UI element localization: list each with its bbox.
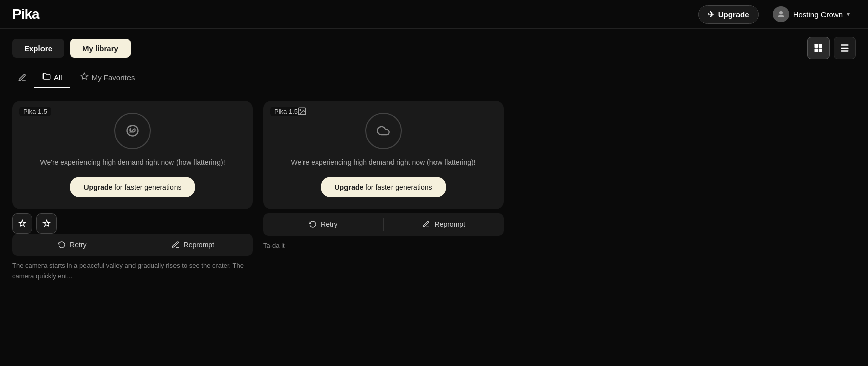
svg-point-0: [779, 11, 783, 14]
user-menu[interactable]: Hosting Crown ▾: [767, 3, 856, 25]
avatar: [773, 6, 789, 22]
svg-rect-6: [841, 48, 849, 49]
nav-left: Explore My library: [12, 39, 131, 58]
upgrade-strong-2: Upgrade: [335, 183, 364, 191]
reprompt-label-1: Reprompt: [184, 241, 214, 249]
upgrade-rest-2: for faster generations: [363, 183, 432, 191]
card-caption-2: Ta-da it: [263, 241, 504, 251]
upgrade-button[interactable]: ✈ Upgrade: [698, 5, 759, 24]
card-message-2: We're experiencing high demand right now…: [291, 157, 475, 168]
explore-button[interactable]: Explore: [12, 39, 64, 58]
tab-all[interactable]: All: [34, 67, 70, 88]
nav-bar: Explore My library: [0, 29, 868, 67]
nav-right: [807, 37, 856, 59]
reprompt-button-1[interactable]: Reprompt: [133, 234, 253, 256]
main-content: Pika 1.5 We're experiencing high demand …: [0, 88, 868, 281]
svg-marker-8: [81, 73, 88, 79]
tab-bar: All My Favorites: [0, 67, 868, 88]
reprompt-button-2[interactable]: Reprompt: [384, 213, 504, 236]
card-action-bar-1: Retry Reprompt: [12, 234, 253, 256]
edit-tab-button[interactable]: [12, 68, 32, 88]
header: Pika ✈ Upgrade Hosting Crown ▾: [0, 0, 868, 29]
svg-rect-4: [819, 49, 822, 52]
card-action-bar-2: Retry Reprompt: [263, 213, 504, 236]
chevron-down-icon: ▾: [847, 11, 850, 18]
upgrade-strong-1: Upgrade: [84, 183, 113, 191]
upgrade-card-button-1[interactable]: Upgrade for faster generations: [70, 177, 196, 197]
card-circle-1: [114, 113, 151, 149]
image-icon: [297, 107, 307, 118]
logo: Pika: [12, 6, 39, 22]
svg-rect-1: [815, 44, 818, 48]
upgrade-label: Upgrade: [718, 10, 749, 19]
header-right: ✈ Upgrade Hosting Crown ▾: [698, 3, 856, 25]
card-actions-row-1: [12, 213, 253, 234]
retry-label-1: Retry: [70, 241, 86, 249]
svg-rect-5: [841, 44, 849, 46]
tab-favorites-label: My Favorites: [92, 73, 135, 82]
video-card-1: Pika 1.5 We're experiencing high demand …: [12, 101, 253, 281]
my-library-button[interactable]: My library: [70, 39, 131, 58]
retry-button-2[interactable]: Retry: [263, 213, 383, 236]
video-card-2: Pika 1.5 We're experiencing high demand …: [263, 101, 504, 281]
retry-label-2: Retry: [321, 220, 337, 228]
svg-rect-2: [819, 44, 822, 48]
retry-button-1[interactable]: Retry: [12, 234, 133, 256]
tab-all-label: All: [54, 73, 62, 82]
card-label-1: Pika 1.5: [19, 107, 51, 116]
card-message-1: We're experiencing high demand right now…: [40, 157, 225, 168]
spark-button-1[interactable]: [12, 213, 32, 234]
svg-rect-7: [841, 50, 849, 52]
spark-button-2[interactable]: [36, 213, 57, 234]
card-inner-1: Pika 1.5 We're experiencing high demand …: [12, 101, 253, 209]
upgrade-rest-1: for faster generations: [112, 183, 181, 191]
card-circle-2: [365, 113, 402, 149]
upgrade-card-button-2[interactable]: Upgrade for faster generations: [321, 177, 447, 197]
svg-point-10: [300, 109, 301, 110]
card-caption-1: The camera starts in a peaceful valley a…: [12, 261, 253, 281]
svg-rect-3: [815, 49, 818, 52]
grid-view-button[interactable]: [807, 37, 830, 59]
list-view-button[interactable]: [834, 37, 856, 59]
folder-icon: [42, 72, 51, 82]
star-icon: [80, 72, 89, 82]
card-inner-2: Pika 1.5 We're experiencing high demand …: [263, 101, 504, 209]
user-name: Hosting Crown: [793, 10, 843, 19]
reprompt-label-2: Reprompt: [435, 220, 465, 228]
tab-favorites[interactable]: My Favorites: [72, 67, 143, 88]
plane-icon: ✈: [708, 10, 714, 19]
